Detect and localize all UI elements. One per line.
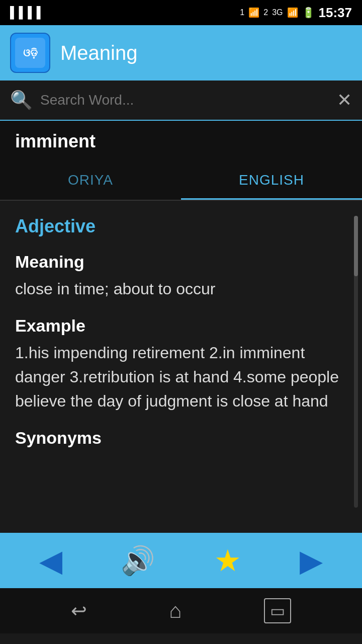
logo-text: ଓଡ଼ି	[15, 38, 45, 68]
back-button[interactable]: ↩	[71, 600, 87, 622]
system-nav-bar: ↩ ⌂ ▭	[0, 588, 362, 633]
prev-icon: ◀	[39, 543, 62, 578]
battery-icon: 🔋	[302, 7, 315, 19]
app-logo: ଓଡ଼ି	[10, 33, 50, 73]
scrollbar-track	[354, 216, 358, 508]
sim1-icon: 1	[240, 8, 244, 17]
next-icon: ▶	[300, 543, 323, 578]
sound-button[interactable]: 🔊	[121, 544, 155, 577]
example-text: 1.his impending retirement 2.in imminent…	[15, 341, 347, 413]
time-display: 15:37	[319, 5, 352, 21]
network-icon: 3G	[272, 8, 283, 17]
content-area: Adjective Meaning close in time; about t…	[0, 201, 362, 533]
word-header: imminent	[0, 121, 362, 162]
synonyms-title: Synonyms	[15, 428, 347, 448]
clear-icon[interactable]: ✕	[337, 90, 352, 111]
signal1-icon: 📶	[248, 7, 259, 18]
example-title: Example	[15, 316, 347, 336]
star-icon: ★	[214, 543, 241, 578]
tab-oriya[interactable]: ORIYA	[0, 162, 181, 200]
part-of-speech-section: Adjective	[15, 216, 347, 237]
status-icons: 1 📶 2 3G 📶 🔋 15:37	[240, 5, 352, 21]
signal2-icon: 📶	[287, 7, 298, 18]
search-bar: 🔍 ✕	[0, 80, 362, 121]
sound-icon: 🔊	[121, 544, 155, 577]
app-bar: ଓଡ଼ି Meaning	[0, 25, 362, 80]
home-button[interactable]: ⌂	[169, 599, 182, 623]
recents-button[interactable]: ▭	[264, 598, 291, 623]
search-icon: 🔍	[10, 90, 33, 111]
meaning-section: Meaning close in time; about to occur	[15, 252, 347, 301]
tab-english[interactable]: ENGLISH	[181, 162, 362, 200]
synonyms-section: Synonyms	[15, 428, 347, 448]
status-bar: ▌▌▌▌ 1 📶 2 3G 📶 🔋 15:37	[0, 0, 362, 25]
scrollbar-thumb[interactable]	[354, 216, 358, 276]
part-of-speech-label: Adjective	[15, 216, 96, 236]
word-title: imminent	[15, 131, 96, 151]
next-button[interactable]: ▶	[300, 543, 323, 578]
search-input[interactable]	[40, 92, 329, 108]
bottom-nav-bar: ◀ 🔊 ★ ▶	[0, 533, 362, 588]
tab-bar: ORIYA ENGLISH	[0, 162, 362, 201]
sim2-icon: 2	[263, 8, 268, 17]
example-section: Example 1.his impending retirement 2.in …	[15, 316, 347, 413]
meaning-text: close in time; about to occur	[15, 277, 347, 301]
favorite-button[interactable]: ★	[214, 543, 241, 578]
app-title: Meaning	[60, 42, 137, 64]
meaning-title: Meaning	[15, 252, 347, 272]
prev-button[interactable]: ◀	[39, 543, 62, 578]
